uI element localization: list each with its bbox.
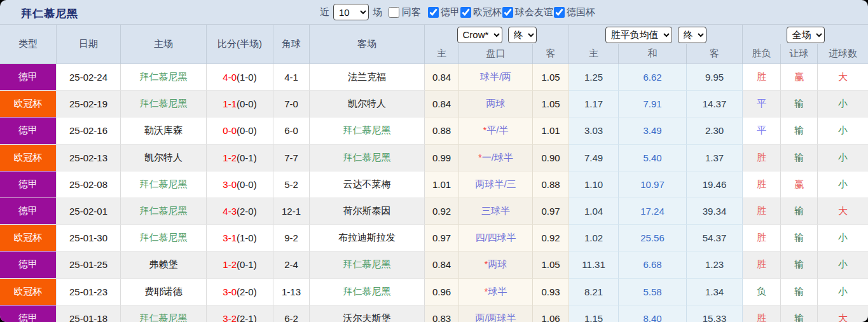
odds-home-value: 0.84 bbox=[425, 91, 459, 117]
handicap-cell: *平/半 bbox=[459, 117, 533, 144]
result-goals-value: 小 bbox=[818, 171, 868, 198]
match-date: 25-02-24 bbox=[57, 64, 121, 91]
corners-value: 6-2 bbox=[273, 305, 310, 322]
corners-value: 1-13 bbox=[273, 279, 310, 305]
avg-draw-value: 5.40 bbox=[619, 145, 687, 171]
match-date: 25-01-23 bbox=[57, 279, 121, 305]
handicap-value: 一/球半 bbox=[482, 152, 513, 163]
filter-checkbox-championsleague[interactable] bbox=[460, 7, 471, 18]
home-team: 拜仁慕尼黑 bbox=[121, 171, 207, 198]
league-badge: 德甲 bbox=[0, 64, 56, 90]
away-team: 凯尔特人 bbox=[310, 91, 425, 117]
handicap-cell: 球半/两 bbox=[459, 64, 533, 91]
table-row: 德甲 25-01-18 拜仁慕尼黑 3-2(2-1) 6-2 沃尔夫斯堡 0.8… bbox=[0, 305, 868, 322]
result-handicap-value: 赢 bbox=[781, 64, 818, 91]
score-cell: 1-1(0-0) bbox=[207, 91, 273, 117]
home-team: 凯尔特人 bbox=[121, 145, 207, 171]
col-header-date: 日期 bbox=[57, 25, 121, 64]
result-goals-value: 小 bbox=[818, 145, 868, 171]
result-group-header: 全场 bbox=[743, 25, 868, 44]
fulltime-score: 1-1 bbox=[223, 98, 237, 109]
col-header-score: 比分(半场) bbox=[207, 25, 273, 64]
col-header-result-wdl: 胜负 bbox=[743, 44, 781, 64]
recent-count-select[interactable]: 10 bbox=[333, 4, 369, 20]
home-team: 拜仁慕尼黑 bbox=[121, 225, 207, 252]
fulltime-score: 4-3 bbox=[223, 206, 237, 217]
handicap-cell: 三球半 bbox=[459, 198, 533, 225]
score-cell: 3-2(2-1) bbox=[207, 305, 273, 322]
match-date: 25-02-13 bbox=[57, 145, 121, 171]
handicap-value: 两球半/三 bbox=[475, 178, 516, 189]
result-goals-value: 大 bbox=[818, 198, 868, 225]
filter-checkbox-clubfriendly[interactable] bbox=[502, 7, 513, 18]
period-select[interactable]: 全场 bbox=[787, 27, 825, 43]
odds-away-value: 0.90 bbox=[533, 145, 569, 171]
halftime-score: (0-0) bbox=[237, 98, 257, 109]
home-team: 弗赖堡 bbox=[121, 252, 207, 278]
league-badge: 欧冠杯 bbox=[0, 91, 56, 117]
odds-away-value: 0.97 bbox=[533, 198, 569, 225]
score-cell: 1-2(0-1) bbox=[207, 145, 273, 171]
odds-home-value: 0.83 bbox=[425, 305, 459, 322]
odds-home-value: 0.88 bbox=[425, 117, 459, 144]
fulltime-score: 4-0 bbox=[223, 72, 237, 83]
result-goals-value: 小 bbox=[818, 279, 868, 305]
result-wdl-value: 胜 bbox=[743, 225, 781, 252]
avg-away-value: 14.37 bbox=[687, 91, 743, 117]
league-badge: 德甲 bbox=[0, 198, 56, 224]
halftime-score: (0-1) bbox=[237, 259, 257, 270]
result-handicap-value: 输 bbox=[781, 117, 818, 144]
filter-label-germancup: 德国杯 bbox=[567, 6, 595, 18]
odds-company-select[interactable]: Crow* bbox=[457, 27, 502, 43]
result-goals-value: 小 bbox=[818, 91, 868, 117]
odds-home-value: 0.84 bbox=[425, 252, 459, 278]
avg-home-value: 1.17 bbox=[569, 91, 619, 117]
col-header-type: 类型 bbox=[0, 25, 57, 64]
away-team: 拜仁慕尼黑 bbox=[310, 252, 425, 278]
avg-state-select[interactable]: 终 bbox=[678, 27, 706, 43]
result-wdl-value: 胜 bbox=[743, 64, 781, 91]
home-team: 勒沃库森 bbox=[121, 117, 207, 144]
avg-home-value: 8.21 bbox=[569, 279, 619, 305]
odds-away-value: 1.06 bbox=[533, 305, 569, 322]
handicap-cell: 两/两球半 bbox=[459, 305, 533, 322]
score-cell: 3-1(1-0) bbox=[207, 225, 273, 252]
avg-draw-value: 25.56 bbox=[619, 225, 687, 252]
avg-draw-value: 3.49 bbox=[619, 117, 687, 144]
filter-checkbox-bundesliga[interactable] bbox=[428, 7, 439, 18]
odds-away-value: 0.88 bbox=[533, 171, 569, 198]
table-row: 欧冠杯 25-01-30 拜仁慕尼黑 3-1(1-0) 9-2 布拉迪斯拉发 0… bbox=[0, 225, 868, 252]
corners-value: 4-1 bbox=[273, 64, 310, 91]
same-venue-checkbox[interactable] bbox=[389, 7, 399, 18]
odds-home-value: 0.92 bbox=[425, 198, 459, 225]
odds-state-select[interactable]: 终 bbox=[508, 27, 537, 43]
away-team: 布拉迪斯拉发 bbox=[310, 225, 425, 252]
odds-home-value: 0.84 bbox=[425, 64, 459, 91]
result-wdl-value: 负 bbox=[743, 279, 781, 305]
matches-table: 类型 日期 主场 比分(半场) 角球 客场 Crow* 终 胜平负均值 终 bbox=[0, 24, 868, 322]
filter-checkbox-germancup[interactable] bbox=[554, 7, 565, 18]
corners-value: 5-2 bbox=[273, 171, 310, 198]
avg-type-select[interactable]: 胜平负均值 bbox=[605, 27, 672, 43]
avg-away-value: 9.95 bbox=[687, 64, 743, 91]
avg-away-value: 1.34 bbox=[687, 279, 743, 305]
avg-draw-value: 8.40 bbox=[619, 305, 687, 322]
score-cell: 1-2(0-1) bbox=[207, 252, 273, 278]
handicap-value: 四/四球半 bbox=[475, 232, 516, 243]
fulltime-score: 0-0 bbox=[223, 125, 237, 136]
league-badge: 欧冠杯 bbox=[0, 145, 56, 171]
handicap-value: 球半 bbox=[488, 286, 507, 297]
avg-home-value: 1.04 bbox=[569, 198, 619, 225]
home-team: 拜仁慕尼黑 bbox=[121, 305, 207, 322]
table-row: 德甲 25-02-01 拜仁慕尼黑 4-3(2-0) 12-1 荷尔斯泰因 0.… bbox=[0, 198, 868, 225]
away-team: 云达不莱梅 bbox=[310, 171, 425, 198]
page-title: 拜仁慕尼黑 bbox=[21, 6, 78, 21]
avg-away-value: 1.37 bbox=[687, 145, 743, 171]
league-badge: 德甲 bbox=[0, 252, 56, 278]
away-team: 荷尔斯泰因 bbox=[310, 198, 425, 225]
score-cell: 0-0(0-0) bbox=[207, 117, 273, 144]
handicap-value: 两球 bbox=[486, 98, 506, 109]
halftime-score: (2-0) bbox=[237, 286, 257, 297]
avg-home-value: 7.49 bbox=[569, 145, 619, 171]
app-window: 拜仁慕尼黑 近 10 场 同客 德甲 欧冠杯 球会友谊 德国杯 bbox=[0, 0, 868, 322]
